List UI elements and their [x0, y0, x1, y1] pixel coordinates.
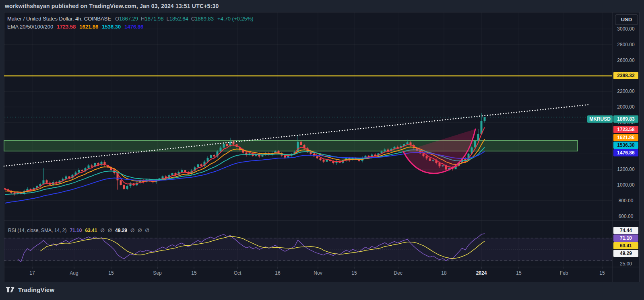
tradingview-logo[interactable]: TradingView	[6, 286, 54, 293]
price-label: 71.10	[613, 234, 638, 242]
time-tick-label: Nov	[314, 270, 322, 276]
price-label: 1869.83	[613, 115, 638, 123]
time-tick-label: Aug	[70, 270, 78, 276]
time-tick-label: 18	[441, 270, 446, 276]
ohlc-pair: O1867.29	[115, 16, 138, 22]
time-tick-label: 16	[275, 270, 280, 276]
time-tick-label: Feb	[560, 270, 568, 276]
rsi-legend-value: 49.29	[115, 228, 127, 233]
rsi-legend-value: ∅	[100, 228, 104, 233]
rsi-legend-title[interactable]: RSI (14, close, SMA, 14, 2)	[8, 228, 66, 233]
price-label: 49.29	[613, 250, 638, 257]
time-tick-label: 2024	[476, 270, 487, 276]
price-tick-label: 2000.00	[613, 104, 638, 110]
rsi-legend[interactable]: RSI (14, close, SMA, 14, 2)71.1063.41∅∅4…	[8, 228, 149, 233]
time-tick-label: 15	[599, 270, 605, 276]
price-tick-label: 2200.00	[613, 88, 638, 95]
symbol-tag-label: MKRUSD	[587, 115, 613, 123]
price-label: 1621.86	[613, 134, 638, 141]
ohlc-pair: C1869.83	[191, 16, 214, 22]
ema-value: 1536.30	[102, 24, 121, 30]
rsi-legend-value: ∅	[108, 228, 112, 233]
rsi-legend-value: ∅	[138, 228, 142, 233]
time-tick-label: 15	[108, 270, 114, 276]
ema-values: 1723.581621.861536.301476.86	[53, 24, 143, 30]
price-label: 2398.32	[613, 72, 638, 79]
ema-value: 1476.86	[124, 24, 143, 30]
price-label: 1723.58	[613, 126, 638, 133]
price-tick-label: 3000.00	[613, 26, 638, 32]
tradingview-mark-icon	[6, 286, 15, 293]
price-label: 74.44	[613, 227, 638, 234]
price-tick-label: 600.00	[613, 213, 638, 220]
ohlc-pair: H1871.98	[141, 16, 163, 22]
price-tick-label: 2600.00	[613, 57, 638, 64]
price-label: 63.41	[613, 242, 638, 249]
currency-toggle-button[interactable]: USD	[615, 14, 638, 25]
change-value: +4.70 (+0.25%)	[217, 16, 254, 22]
time-tick-label: Sep	[153, 270, 161, 276]
time-tick-label: 15	[351, 270, 357, 276]
rsi-legend-value: ∅	[130, 228, 134, 233]
rsi-legend-value: 63.41	[85, 228, 97, 233]
brand-text: TradingView	[18, 286, 54, 293]
time-tick-label: 15	[191, 270, 196, 276]
rsi-legend-values: 71.1063.41∅∅49.29∅∅∅	[66, 228, 149, 233]
ema-value: 1723.58	[57, 24, 76, 30]
time-tick-label: Dec	[394, 270, 402, 276]
ema-legend-title[interactable]: EMA 20/50/100/200	[7, 24, 53, 30]
price-tick-label: 800.00	[613, 197, 638, 204]
rsi-legend-value: 71.10	[70, 228, 82, 233]
ema-legend[interactable]: EMA 20/50/100/2001723.581621.861536.3014…	[7, 24, 143, 30]
price-tick-label: 1200.00	[613, 166, 638, 173]
price-tick-label: 1000.00	[613, 182, 638, 188]
symbol-legend[interactable]: Maker / United States Dollar, 4h, COINBA…	[7, 16, 254, 22]
price-label: 1536.30	[613, 142, 638, 149]
time-tick-label: Oct	[234, 270, 242, 276]
price-tick-label: 2800.00	[613, 41, 638, 48]
ohlc-pair: L1852.64	[166, 16, 188, 22]
rsi-tick-label: 25.00	[613, 261, 638, 267]
ohlc-values: O1867.29H1871.98L1852.64C1869.83	[115, 16, 217, 22]
publisher-watermark: workwithshayan published on TradingView.…	[5, 3, 219, 9]
symbol-title[interactable]: Maker / United States Dollar, 4h, COINBA…	[7, 16, 111, 22]
price-label: 1476.86	[613, 149, 638, 156]
rsi-legend-value: ∅	[145, 228, 149, 233]
tradingview-chart-page: workwithshayan published on TradingView.…	[0, 0, 644, 300]
time-tick-label: 17	[29, 270, 35, 276]
time-tick-label: 15	[516, 270, 521, 276]
ema-value: 1621.86	[79, 24, 98, 30]
chart-canvas[interactable]	[0, 0, 644, 300]
